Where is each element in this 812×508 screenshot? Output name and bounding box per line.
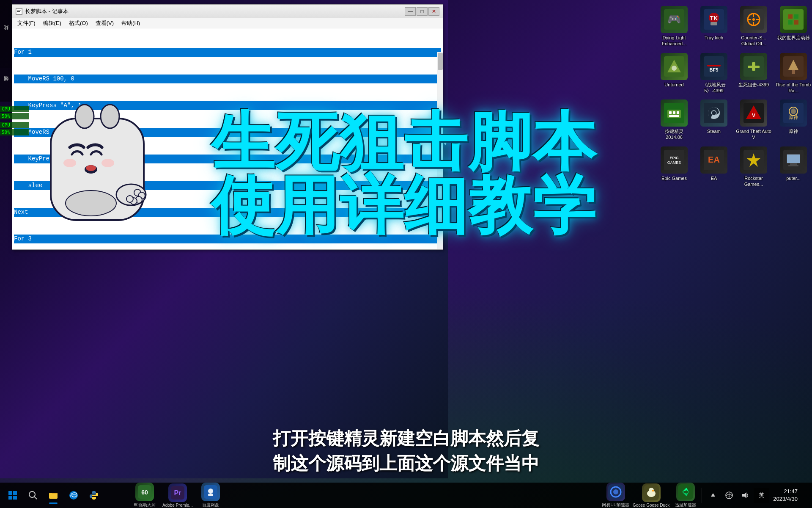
truy-kich-icon-img: TK	[700, 6, 727, 33]
desktop-icon-epic[interactable]: EPIC GAMES Epic Games	[655, 144, 694, 190]
desktop-icon-counter[interactable]: Counter-S... Global Off...	[734, 3, 773, 50]
xunyou-icon	[676, 483, 695, 501]
notepad-titlebar: 长梦脚本 - 记事本 — □ ✕	[12, 5, 443, 18]
system-clock[interactable]: 21:47 2023/4/30	[770, 488, 801, 503]
svg-text:BF5: BF5	[710, 67, 719, 72]
svg-rect-16	[788, 20, 793, 25]
uu-label: 网易UU加速器	[602, 502, 629, 508]
tray-volume[interactable]	[738, 488, 753, 503]
code-line-1: For 1	[14, 48, 441, 57]
subtitle-area: 打开按键精灵新建空白脚本然后复 制这个源码到上面这个源文件当中	[0, 422, 812, 480]
svg-rect-56	[788, 165, 798, 166]
title-line-1: 生死狙击脚本	[152, 110, 656, 174]
taskbar-python[interactable]	[85, 486, 103, 505]
menu-help[interactable]: 帮助(H)	[118, 19, 143, 28]
svg-point-96	[652, 490, 654, 491]
recycle-label: 回收站	[1, 83, 11, 86]
desktop-icon-minecraft[interactable]: 我的世界启动器	[774, 3, 812, 50]
menu-view[interactable]: 查看(V)	[92, 19, 117, 28]
uu-icon	[606, 483, 625, 501]
minimize-button[interactable]: —	[405, 7, 416, 16]
notepad-app-icon	[16, 8, 22, 15]
tray-network[interactable]	[721, 488, 737, 503]
taskbar-search[interactable]	[24, 486, 42, 505]
yuanshen-icon-img: 原神	[780, 99, 807, 127]
taskbar-right-apps: 网易UU加速器 Goose Goose Duck	[600, 482, 700, 508]
taskbar-app-60driver[interactable]: 60 60驱动大师	[130, 482, 159, 508]
yuanshen-label: 原神	[789, 128, 798, 134]
svg-point-67	[86, 165, 96, 171]
svg-point-64	[63, 159, 76, 167]
svg-point-8	[752, 18, 755, 21]
menu-file[interactable]: 文件(F)	[14, 19, 39, 28]
desktop-icon-zhanzhi5[interactable]: BF5 《战地风云 5》-4399	[694, 50, 733, 97]
desktop-icon-steam[interactable]: Steam	[694, 97, 733, 143]
language-indicator[interactable]: 英	[754, 488, 769, 503]
taskbar-edge[interactable]	[64, 486, 83, 505]
desktop-icon-computer[interactable]: puter...	[774, 144, 812, 190]
desktop-icon-dying-light[interactable]: 🎮 Dying Light Enhanced...	[655, 3, 694, 50]
svg-rect-33	[673, 111, 675, 114]
desktop-icon-rockstar[interactable]: Rockstar Games...	[734, 144, 773, 190]
shengsi-icon-img	[740, 53, 767, 80]
rise-tomb-label: Rise of the Tomb Ra...	[776, 82, 812, 94]
ea-label: EA	[711, 175, 717, 181]
desktop-icon-rise-tomb[interactable]: Rise of the Tomb Ra...	[774, 50, 812, 97]
taskbar-app-xunyou[interactable]: 迅游加速器	[671, 482, 700, 508]
scrollbar-thumb[interactable]	[438, 53, 443, 70]
baidu-label: 百度网盘	[202, 502, 219, 508]
taskbar: 60 60驱动大师 Pr Adobe Premie...	[0, 483, 812, 508]
desktop-icon-yuanshen[interactable]: 原神 原神	[774, 97, 812, 143]
svg-rect-32	[669, 111, 672, 114]
shengsi-label: 生死狙击-4399	[738, 82, 769, 88]
desktop-icon-shengsi[interactable]: 生死狙击-4399	[734, 50, 773, 97]
taskbar-explorer[interactable]	[44, 486, 63, 505]
desktop-icon-truy-kich[interactable]: TK Truy kich	[694, 3, 733, 50]
menu-edit[interactable]: 编辑(E)	[40, 19, 65, 28]
minecraft-icon-img	[780, 6, 807, 33]
notepad-menubar: 文件(F) 编辑(E) 格式(O) 查看(V) 帮助(H)	[12, 18, 443, 28]
svg-rect-22	[707, 65, 721, 66]
desktop-icon-gta[interactable]: V Grand Theft Auto V	[734, 97, 773, 143]
svg-text:原神: 原神	[789, 115, 798, 120]
notepad-title-left: 长梦脚本 - 记事本	[16, 8, 69, 15]
taskbar-app-baidu[interactable]: 百度网盘	[196, 482, 225, 508]
show-desktop-button[interactable]	[802, 488, 809, 503]
rockstar-label: Rockstar Games...	[736, 175, 772, 188]
svg-rect-89	[208, 494, 213, 496]
svg-rect-60	[17, 11, 20, 12]
taskbar-app-goose[interactable]: Goose Goose Duck	[631, 483, 671, 508]
taskbar-app-uu[interactable]: 网易UU加速器	[600, 482, 631, 508]
close-button[interactable]: ✕	[428, 7, 439, 16]
taskbar-app-adobe[interactable]: Pr Adobe Premie...	[161, 483, 195, 508]
svg-rect-14	[788, 14, 793, 19]
steam-label: Steam	[707, 128, 721, 134]
start-button[interactable]	[3, 486, 22, 505]
svg-rect-29	[792, 70, 795, 74]
tray-up-arrow[interactable]	[705, 488, 721, 503]
svg-text:TK: TK	[710, 15, 718, 22]
svg-rect-81	[49, 493, 58, 499]
svg-marker-98	[711, 493, 715, 497]
svg-point-65	[102, 159, 114, 167]
svg-text:EPIC: EPIC	[669, 156, 679, 160]
desktop-icon-ea[interactable]: EA EA	[694, 144, 733, 190]
minecraft-label: 我的世界启动器	[777, 35, 810, 41]
svg-rect-75	[8, 491, 12, 495]
desktop-icon-anjian[interactable]: 按键精灵 2014.06	[655, 97, 694, 143]
svg-text:EA: EA	[708, 155, 720, 164]
svg-rect-26	[752, 62, 755, 71]
cpu-value2: 50%	[0, 129, 29, 135]
zhanzhi5-label: 《战地风云 5》-4399	[696, 82, 732, 94]
maximize-button[interactable]: □	[417, 7, 428, 16]
svg-rect-17	[794, 20, 798, 25]
dying-light-label: Dying Light Enhanced...	[656, 35, 692, 47]
anjian-label: 按键精灵 2014.06	[656, 128, 692, 141]
counter-label: Counter-S... Global Off...	[736, 35, 772, 47]
svg-rect-13	[783, 9, 804, 30]
desktop-icon-unturned[interactable]: Unturned	[655, 50, 694, 97]
clock-time: 21:47	[773, 488, 798, 495]
code-line-2: MoveRS 100, 0	[14, 75, 441, 83]
menu-format[interactable]: 格式(O)	[66, 19, 91, 28]
goose-label: Goose Goose Duck	[633, 503, 669, 508]
